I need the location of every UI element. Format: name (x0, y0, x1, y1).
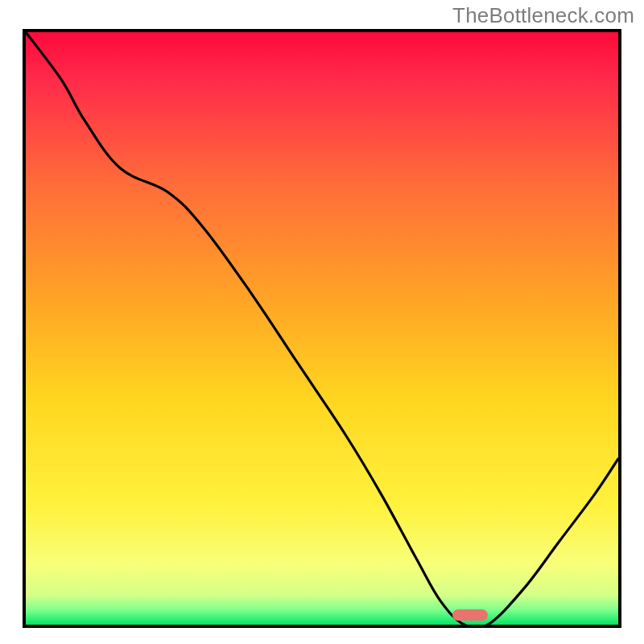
optimal-point-marker (452, 609, 488, 621)
bottleneck-curve (26, 32, 618, 625)
chart-root: TheBottleneck.com (0, 0, 644, 644)
watermark-text: TheBottleneck.com (452, 3, 634, 28)
plot-frame (23, 29, 621, 628)
plot-area (26, 32, 618, 625)
